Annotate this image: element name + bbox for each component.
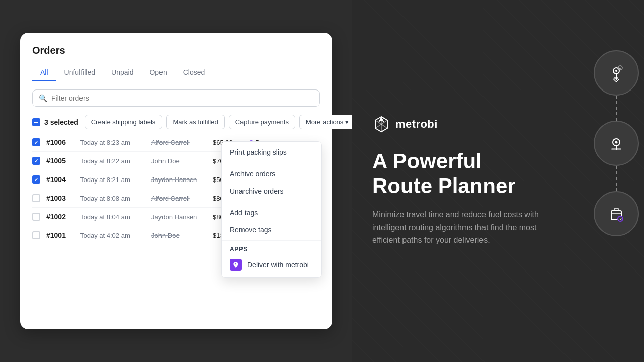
more-actions-dropdown: Print packing slips Archive orders Unarc… xyxy=(221,141,322,278)
row-checkbox-1004[interactable] xyxy=(32,175,40,184)
right-panel: + ✓ xyxy=(352,0,644,362)
orders-title: Orders xyxy=(32,45,320,56)
row-checkbox-1003[interactable] xyxy=(32,194,40,202)
order-time: Today at 8:22 am xyxy=(80,157,145,165)
svg-text:✓: ✓ xyxy=(619,217,622,221)
dropdown-divider xyxy=(222,163,321,163)
svg-rect-2 xyxy=(614,77,618,79)
hero-description: Minimize travel time and reduce fuel cos… xyxy=(372,208,543,247)
row-checkbox-1001[interactable] xyxy=(32,231,40,239)
order-customer: Jaydon Hansen xyxy=(151,176,207,184)
select-all-checkbox[interactable] xyxy=(32,118,40,126)
more-actions-btn[interactable]: More actions ▾ xyxy=(299,115,355,129)
logo-text: metrobi xyxy=(395,118,438,131)
dashed-line-2 xyxy=(616,166,617,191)
decorative-circles: + ✓ xyxy=(579,40,644,292)
order-id: #1004 xyxy=(46,175,74,184)
metrobi-logo: metrobi xyxy=(372,115,438,133)
tab-closed[interactable]: Closed xyxy=(175,64,213,81)
dropdown-divider xyxy=(222,202,321,202)
circle-mid xyxy=(594,121,639,166)
svg-point-6 xyxy=(615,141,618,144)
metrobi-logo-icon xyxy=(372,115,390,133)
circle-top: + xyxy=(594,50,639,96)
map-icon xyxy=(606,133,626,153)
left-panel: Orders All Unfulfilled Unpaid Open Close… xyxy=(0,0,352,362)
svg-rect-7 xyxy=(611,148,621,150)
metrobi-logo-svg xyxy=(372,115,390,133)
box-icon: ✓ xyxy=(606,204,626,224)
tab-all[interactable]: All xyxy=(32,64,56,81)
metrobi-app-icon xyxy=(230,259,242,271)
action-bar: 3 selected Create shipping labels Mark a… xyxy=(32,115,320,129)
pin-icon: + xyxy=(606,63,626,83)
dropdown-item-archive[interactable]: Archive orders xyxy=(222,165,321,183)
order-time: Today at 8:21 am xyxy=(80,176,145,184)
tab-unpaid[interactable]: Unpaid xyxy=(103,64,141,81)
metrobi-icon-svg xyxy=(232,261,239,268)
dropdown-item-remove-tags[interactable]: Remove tags xyxy=(222,221,321,238)
dropdown-section-apps: APPS xyxy=(222,243,321,255)
capture-payments-btn[interactable]: Capture payments xyxy=(229,115,295,129)
selected-count-label: 3 selected xyxy=(44,118,78,126)
order-customer: Jaydon Hansen xyxy=(151,213,207,221)
order-time: Today at 8:08 am xyxy=(80,195,145,202)
row-checkbox-1002[interactable] xyxy=(32,213,40,221)
order-id: #1005 xyxy=(46,157,74,165)
dropdown-item-metrobi[interactable]: Deliver with metrobi xyxy=(222,255,321,275)
tab-unfulfilled[interactable]: Unfulfilled xyxy=(56,64,103,81)
order-id: #1002 xyxy=(46,213,74,221)
row-checkbox-1006[interactable] xyxy=(32,138,40,146)
order-customer: John Doe xyxy=(151,157,207,165)
order-id: #1001 xyxy=(46,231,74,239)
dropdown-item-unarchive[interactable]: Unarchive orders xyxy=(222,183,321,200)
order-time: Today at 8:23 am xyxy=(80,139,145,146)
hero-title: A PowerfulRoute Planner xyxy=(372,149,516,198)
search-bar: 🔍 xyxy=(32,89,320,107)
dropdown-divider xyxy=(222,240,321,241)
order-customer: John Doe xyxy=(151,232,207,239)
search-input[interactable] xyxy=(51,94,313,102)
svg-point-1 xyxy=(615,70,617,72)
chevron-down-icon: ▾ xyxy=(345,118,349,126)
deliver-metrobi-label: Deliver with metrobi xyxy=(247,261,309,269)
orders-card: Orders All Unfulfilled Unpaid Open Close… xyxy=(20,33,332,329)
dropdown-item-add-tags[interactable]: Add tags xyxy=(222,204,321,221)
tab-open[interactable]: Open xyxy=(141,64,175,81)
order-customer: Alford Carroll xyxy=(151,139,207,146)
create-shipping-btn[interactable]: Create shipping labels xyxy=(85,115,163,129)
tabs-container: All Unfulfilled Unpaid Open Closed xyxy=(32,64,320,81)
mark-fulfilled-btn[interactable]: Mark as fulfilled xyxy=(166,115,224,129)
search-icon: 🔍 xyxy=(39,94,47,102)
order-id: #1003 xyxy=(46,194,74,202)
order-time: Today at 4:02 am xyxy=(80,232,145,239)
order-customer: Alford Carroll xyxy=(151,195,207,202)
circle-bot: ✓ xyxy=(594,191,639,236)
order-id: #1006 xyxy=(46,138,74,146)
svg-text:+: + xyxy=(619,67,621,70)
dashed-line-1 xyxy=(616,96,617,121)
order-time: Today at 8:04 am xyxy=(80,213,145,221)
dropdown-item-print[interactable]: Print packing slips xyxy=(222,144,321,161)
row-checkbox-1005[interactable] xyxy=(32,157,40,165)
